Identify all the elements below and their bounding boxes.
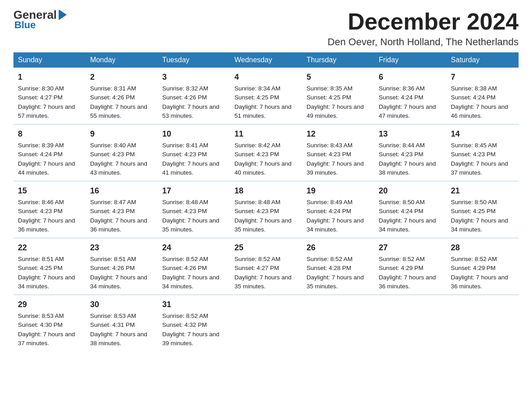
day-number: 20 [379, 185, 442, 197]
calendar-cell: 19Sunrise: 8:49 AMSunset: 4:24 PMDayligh… [302, 181, 374, 238]
day-number: 3 [162, 71, 225, 83]
title-block: December 2024 Den Oever, North Holland, … [328, 9, 519, 48]
calendar-cell: 30Sunrise: 8:53 AMSunset: 4:31 PMDayligh… [86, 295, 158, 352]
calendar-cell: 12Sunrise: 8:43 AMSunset: 4:23 PMDayligh… [302, 124, 374, 181]
calendar-cell: 11Sunrise: 8:42 AMSunset: 4:23 PMDayligh… [230, 124, 302, 181]
calendar-cell: 22Sunrise: 8:51 AMSunset: 4:25 PMDayligh… [13, 238, 86, 295]
day-number: 16 [90, 185, 153, 197]
calendar-cell: 1Sunrise: 8:30 AMSunset: 4:27 PMDaylight… [13, 68, 86, 124]
day-number: 21 [451, 185, 514, 197]
calendar-cell: 15Sunrise: 8:46 AMSunset: 4:23 PMDayligh… [13, 181, 86, 238]
day-number: 18 [234, 185, 297, 197]
calendar-cell: 16Sunrise: 8:47 AMSunset: 4:23 PMDayligh… [86, 181, 158, 238]
day-number: 15 [18, 185, 81, 197]
day-number: 13 [379, 128, 442, 140]
calendar-cell: 3Sunrise: 8:32 AMSunset: 4:26 PMDaylight… [158, 68, 230, 124]
calendar-header: SundayMondayTuesdayWednesdayThursdayFrid… [13, 52, 519, 68]
calendar-cell [374, 295, 446, 352]
day-number: 23 [90, 242, 153, 254]
day-number: 30 [90, 299, 153, 311]
week-row-5: 29Sunrise: 8:53 AMSunset: 4:30 PMDayligh… [13, 295, 519, 352]
day-number: 29 [18, 299, 81, 311]
calendar-cell: 28Sunrise: 8:52 AMSunset: 4:29 PMDayligh… [446, 238, 519, 295]
page-title: December 2024 [328, 9, 519, 34]
calendar-cell: 6Sunrise: 8:36 AMSunset: 4:24 PMDaylight… [374, 68, 446, 124]
day-number: 25 [234, 242, 297, 254]
header-tuesday: Tuesday [158, 52, 230, 68]
day-number: 26 [307, 242, 370, 254]
page-subtitle: Den Oever, North Holland, The Netherland… [328, 36, 519, 48]
header-row: SundayMondayTuesdayWednesdayThursdayFrid… [13, 52, 519, 68]
day-number: 17 [162, 185, 225, 197]
calendar-cell: 2Sunrise: 8:31 AMSunset: 4:26 PMDaylight… [86, 68, 158, 124]
header-thursday: Thursday [302, 52, 374, 68]
calendar-cell: 9Sunrise: 8:40 AMSunset: 4:23 PMDaylight… [86, 124, 158, 181]
calendar-cell: 13Sunrise: 8:44 AMSunset: 4:23 PMDayligh… [374, 124, 446, 181]
calendar-cell: 21Sunrise: 8:50 AMSunset: 4:25 PMDayligh… [446, 181, 519, 238]
calendar-cell [446, 295, 519, 352]
week-row-2: 8Sunrise: 8:39 AMSunset: 4:24 PMDaylight… [13, 124, 519, 181]
day-number: 11 [234, 128, 297, 140]
week-row-4: 22Sunrise: 8:51 AMSunset: 4:25 PMDayligh… [13, 238, 519, 295]
header-friday: Friday [374, 52, 446, 68]
day-number: 8 [18, 128, 81, 140]
day-number: 10 [162, 128, 225, 140]
day-number: 19 [307, 185, 370, 197]
day-number: 12 [307, 128, 370, 140]
day-number: 27 [379, 242, 442, 254]
calendar-cell: 18Sunrise: 8:48 AMSunset: 4:23 PMDayligh… [230, 181, 302, 238]
day-number: 22 [18, 242, 81, 254]
header-saturday: Saturday [446, 52, 519, 68]
calendar-table: SundayMondayTuesdayWednesdayThursdayFrid… [13, 52, 519, 351]
calendar-cell: 29Sunrise: 8:53 AMSunset: 4:30 PMDayligh… [13, 295, 86, 352]
calendar-cell: 5Sunrise: 8:35 AMSunset: 4:25 PMDaylight… [302, 68, 374, 124]
day-number: 1 [18, 71, 81, 83]
calendar-cell: 27Sunrise: 8:52 AMSunset: 4:29 PMDayligh… [374, 238, 446, 295]
day-number: 7 [451, 71, 514, 83]
logo-text-line2: Blue [14, 19, 36, 31]
day-number: 14 [451, 128, 514, 140]
calendar-cell [302, 295, 374, 352]
week-row-1: 1Sunrise: 8:30 AMSunset: 4:27 PMDaylight… [13, 68, 519, 124]
calendar-cell: 17Sunrise: 8:48 AMSunset: 4:23 PMDayligh… [158, 181, 230, 238]
day-number: 6 [379, 71, 442, 83]
calendar-cell: 7Sunrise: 8:38 AMSunset: 4:24 PMDaylight… [446, 68, 519, 124]
header-wednesday: Wednesday [230, 52, 302, 68]
calendar-cell: 26Sunrise: 8:52 AMSunset: 4:28 PMDayligh… [302, 238, 374, 295]
calendar-cell: 20Sunrise: 8:50 AMSunset: 4:24 PMDayligh… [374, 181, 446, 238]
logo-arrow-icon [59, 9, 67, 20]
calendar-cell: 10Sunrise: 8:41 AMSunset: 4:23 PMDayligh… [158, 124, 230, 181]
day-number: 31 [162, 299, 225, 311]
day-number: 24 [162, 242, 225, 254]
calendar-cell: 14Sunrise: 8:45 AMSunset: 4:23 PMDayligh… [446, 124, 519, 181]
header-monday: Monday [86, 52, 158, 68]
calendar-cell: 4Sunrise: 8:34 AMSunset: 4:25 PMDaylight… [230, 68, 302, 124]
day-number: 2 [90, 71, 153, 83]
calendar-cell: 31Sunrise: 8:52 AMSunset: 4:32 PMDayligh… [158, 295, 230, 352]
page-header: General Blue December 2024 Den Oever, No… [13, 9, 519, 48]
day-number: 28 [451, 242, 514, 254]
day-number: 5 [307, 71, 370, 83]
day-number: 9 [90, 128, 153, 140]
calendar-cell: 25Sunrise: 8:52 AMSunset: 4:27 PMDayligh… [230, 238, 302, 295]
logo: General Blue [13, 9, 67, 31]
calendar-cell: 24Sunrise: 8:52 AMSunset: 4:26 PMDayligh… [158, 238, 230, 295]
header-sunday: Sunday [13, 52, 86, 68]
calendar-cell [230, 295, 302, 352]
calendar-body: 1Sunrise: 8:30 AMSunset: 4:27 PMDaylight… [13, 68, 519, 351]
calendar-cell: 8Sunrise: 8:39 AMSunset: 4:24 PMDaylight… [13, 124, 86, 181]
calendar-cell: 23Sunrise: 8:51 AMSunset: 4:26 PMDayligh… [86, 238, 158, 295]
week-row-3: 15Sunrise: 8:46 AMSunset: 4:23 PMDayligh… [13, 181, 519, 238]
day-number: 4 [234, 71, 297, 83]
